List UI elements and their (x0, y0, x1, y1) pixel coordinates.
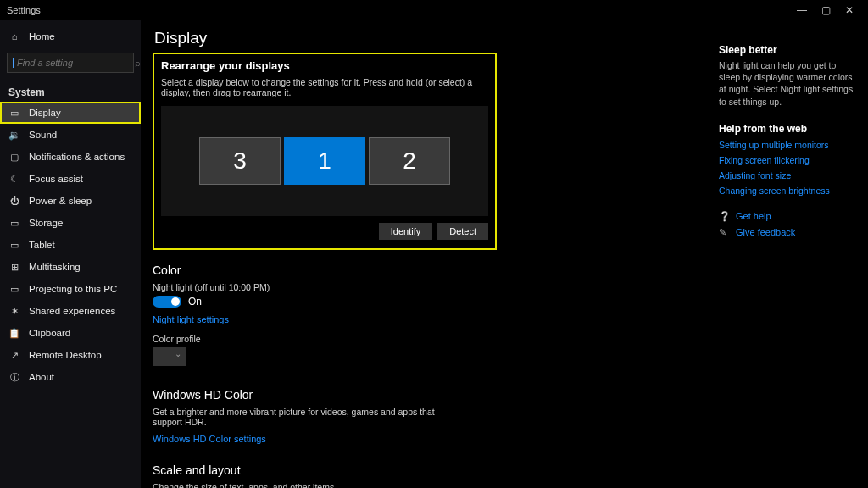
help-link-brightness[interactable]: Changing screen brightness (719, 186, 860, 196)
search-icon: ⌕ (135, 58, 141, 68)
scale-label: Change the size of text, apps, and other… (153, 482, 697, 488)
give-feedback-link[interactable]: ✎ Give feedback (719, 227, 860, 238)
detect-button[interactable]: Detect (437, 223, 488, 240)
sound-icon: 🔉 (8, 129, 20, 141)
display-icon: ▭ (8, 107, 20, 119)
help-link-flickering[interactable]: Fixing screen flickering (719, 155, 860, 165)
monitor-arrangement: 3 1 2 (161, 106, 488, 216)
hd-settings-link[interactable]: Windows HD Color settings (153, 434, 266, 444)
main-content: Display Rearrange your displays Select a… (141, 20, 715, 488)
titlebar: Settings — ▢ ✕ (0, 0, 868, 20)
sidebar-item-sound[interactable]: 🔉 Sound (0, 124, 141, 146)
help-icon: ❔ (719, 211, 729, 222)
rearrange-heading: Rearrange your displays (161, 59, 488, 72)
sidebar-item-label: Projecting to this PC (29, 284, 117, 294)
sidebar-item-remote[interactable]: ↗ Remote Desktop (0, 344, 141, 366)
sidebar-item-tablet[interactable]: ▭ Tablet (0, 234, 141, 256)
get-help-link[interactable]: ❔ Get help (719, 211, 860, 222)
maximize-button[interactable]: ▢ (814, 4, 837, 16)
sidebar-item-projecting[interactable]: ▭ Projecting to this PC (0, 278, 141, 300)
hd-desc: Get a brighter and more vibrant picture … (153, 407, 466, 427)
sidebar-item-label: Focus assist (29, 174, 83, 184)
color-heading: Color (153, 263, 697, 277)
power-icon: ⏻ (8, 195, 20, 207)
get-help-label: Get help (736, 211, 771, 221)
clipboard-icon: 📋 (8, 327, 20, 339)
search-input[interactable] (13, 58, 135, 68)
sidebar-section: System (0, 80, 141, 102)
night-light-toggle[interactable]: On (153, 296, 697, 308)
sidebar-item-label: Notifications & actions (29, 152, 125, 162)
sidebar-item-notifications[interactable]: ▢ Notifications & actions (0, 146, 141, 168)
sidebar-item-power[interactable]: ⏻ Power & sleep (0, 190, 141, 212)
night-light-label: Night light (off until 10:00 PM) (153, 282, 697, 292)
monitor-2[interactable]: 2 (369, 137, 450, 185)
minimize-button[interactable]: — (790, 4, 814, 16)
home-icon: ⌂ (8, 30, 20, 42)
sidebar-home-label: Home (29, 31, 55, 42)
help-link-font-size[interactable]: Adjusting font size (719, 170, 860, 180)
sidebar-item-multitasking[interactable]: ⊞ Multitasking (0, 256, 141, 278)
sidebar-item-label: Display (29, 108, 61, 118)
multitasking-icon: ⊞ (8, 261, 20, 273)
sleep-better-text: Night light can help you get to sleep by… (719, 59, 860, 108)
app-title: Settings (7, 5, 41, 15)
sidebar-item-label: Shared experiences (29, 306, 115, 316)
storage-icon: ▭ (8, 217, 20, 229)
tablet-icon: ▭ (8, 239, 20, 251)
sidebar-item-label: Storage (29, 218, 63, 228)
feedback-icon: ✎ (719, 227, 729, 238)
scale-heading: Scale and layout (153, 463, 697, 477)
focus-assist-icon: ☾ (8, 173, 20, 185)
sleep-better-heading: Sleep better (719, 44, 860, 56)
toggle-thumb (171, 297, 180, 306)
toggle-track (153, 296, 181, 308)
color-profile-label: Color profile (153, 334, 697, 344)
search-box[interactable]: ⌕ (7, 53, 134, 73)
color-profile-dropdown[interactable] (153, 347, 186, 366)
sidebar-item-shared[interactable]: ✶ Shared experiences (0, 300, 141, 322)
page-title: Display (154, 29, 697, 47)
sidebar: ⌂ Home ⌕ System ▭ Display 🔉 Sound ▢ Noti… (0, 20, 141, 488)
about-icon: ⓘ (8, 371, 20, 383)
rearrange-instruction: Select a display below to change the set… (161, 77, 488, 97)
sidebar-item-label: Remote Desktop (29, 350, 102, 360)
sidebar-item-label: Power & sleep (29, 196, 92, 206)
sidebar-item-label: About (29, 372, 54, 382)
projecting-icon: ▭ (8, 283, 20, 295)
sidebar-item-label: Multitasking (29, 262, 81, 272)
sidebar-item-focus-assist[interactable]: ☾ Focus assist (0, 168, 141, 190)
sidebar-item-display[interactable]: ▭ Display (0, 102, 141, 124)
sidebar-home[interactable]: ⌂ Home (0, 25, 141, 47)
identify-button[interactable]: Identify (379, 223, 432, 240)
night-light-settings-link[interactable]: Night light settings (153, 314, 229, 324)
help-link-monitors[interactable]: Setting up multiple monitors (719, 140, 860, 150)
right-pane: Sleep better Night light can help you ge… (715, 20, 868, 488)
notifications-icon: ▢ (8, 151, 20, 163)
toggle-state-label: On (188, 296, 202, 308)
sidebar-item-label: Clipboard (29, 328, 70, 338)
remote-icon: ↗ (8, 349, 20, 361)
monitor-3[interactable]: 3 (199, 137, 281, 185)
monitor-1[interactable]: 1 (284, 137, 365, 185)
sidebar-item-label: Tablet (29, 240, 55, 250)
sidebar-item-clipboard[interactable]: 📋 Clipboard (0, 322, 141, 344)
help-web-heading: Help from the web (719, 123, 860, 135)
shared-icon: ✶ (8, 305, 20, 317)
feedback-label: Give feedback (736, 227, 795, 237)
sidebar-item-about[interactable]: ⓘ About (0, 366, 141, 388)
sidebar-item-storage[interactable]: ▭ Storage (0, 212, 141, 234)
close-button[interactable]: ✕ (837, 4, 861, 16)
rearrange-panel: Rearrange your displays Select a display… (153, 53, 497, 250)
sidebar-item-label: Sound (29, 130, 57, 140)
hd-heading: Windows HD Color (153, 388, 697, 402)
